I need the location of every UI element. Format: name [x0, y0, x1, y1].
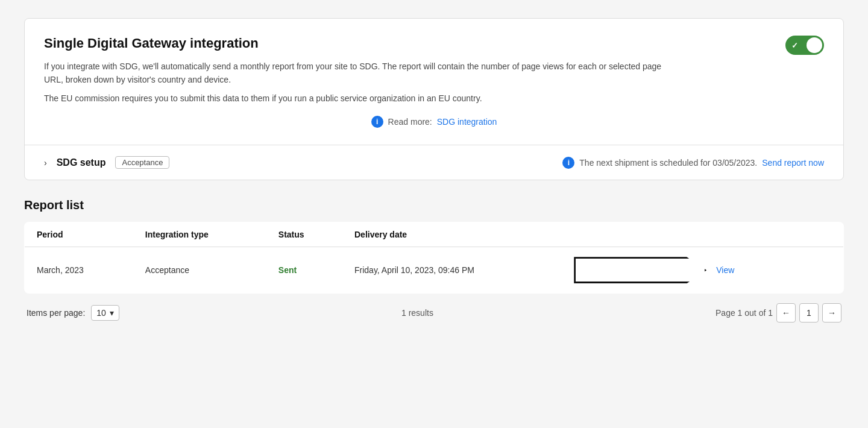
results-count: 1 results: [127, 308, 708, 318]
pagination: Page 1 out of 1 ← 1 →: [715, 303, 841, 323]
sdg-integration-card: Single Digital Gateway integration If yo…: [24, 18, 844, 180]
page-info: Page 1 out of 1: [715, 308, 773, 318]
current-page: 1: [799, 303, 819, 323]
card-desc-2: The EU commission requires you to submit…: [44, 92, 677, 105]
report-table: Period Integration type Status Delivery …: [24, 222, 844, 294]
integration-toggle-wrapper: ✓: [785, 36, 824, 57]
per-page-value: 10: [96, 308, 106, 318]
card-title: Single Digital Gateway integration: [44, 36, 824, 51]
col-integration-type: Integration type: [133, 222, 266, 247]
shipment-info-icon: i: [562, 157, 574, 169]
col-delivery-date: Delivery date: [342, 222, 562, 247]
read-more-row: i Read more: SDG integration: [44, 116, 824, 128]
cell-period: March, 2023: [25, 247, 133, 294]
per-page-select[interactable]: 10 ▾: [91, 305, 119, 321]
sdg-integration-link[interactable]: SDG integration: [437, 117, 497, 127]
card-desc-1: If you integrate with SDG, we'll automat…: [44, 60, 677, 87]
report-list-title: Report list: [24, 198, 844, 212]
prev-page-button[interactable]: ←: [776, 303, 796, 323]
cell-delivery-date: Friday, April 10, 2023, 09:46 PM: [342, 247, 562, 294]
integration-toggle[interactable]: ✓: [785, 36, 824, 55]
read-more-text: Read more:: [388, 117, 432, 127]
view-link[interactable]: View: [716, 265, 734, 275]
sdg-setup-label: SDG setup: [57, 157, 106, 168]
card-bottom-row: › SDG setup Acceptance i The next shipme…: [25, 145, 843, 180]
items-per-page-label: Items per page:: [27, 308, 85, 318]
col-actions: [562, 222, 843, 247]
view-cell: View: [574, 257, 831, 283]
shipment-info: i The next shipment is scheduled for 03/…: [562, 157, 824, 169]
table-footer: Items per page: 10 ▾ 1 results Page 1 ou…: [24, 294, 844, 332]
arrow-shape: [574, 257, 706, 283]
table-row: March, 2023 Acceptance Sent Friday, Apri…: [25, 247, 844, 294]
status-badge: Sent: [278, 265, 297, 275]
send-report-link[interactable]: Send report now: [762, 158, 824, 168]
cell-actions: View: [562, 247, 843, 294]
toggle-knob: [807, 37, 822, 53]
report-list-section: Report list Period Integration type Stat…: [24, 198, 844, 332]
toggle-check-icon: ✓: [791, 41, 798, 50]
environment-badge: Acceptance: [115, 156, 169, 169]
col-status: Status: [266, 222, 342, 247]
next-page-button[interactable]: →: [822, 303, 841, 323]
card-header: Single Digital Gateway integration If yo…: [25, 19, 843, 145]
cell-integration-type: Acceptance: [133, 247, 266, 294]
expand-icon[interactable]: ›: [44, 158, 47, 168]
shipment-text: The next shipment is scheduled for 03/05…: [579, 158, 757, 168]
table-header-row: Period Integration type Status Delivery …: [25, 222, 844, 247]
items-per-page: Items per page: 10 ▾: [27, 305, 119, 321]
per-page-chevron: ▾: [110, 308, 114, 318]
col-period: Period: [25, 222, 133, 247]
info-icon: i: [371, 116, 383, 128]
cell-status: Sent: [266, 247, 342, 294]
